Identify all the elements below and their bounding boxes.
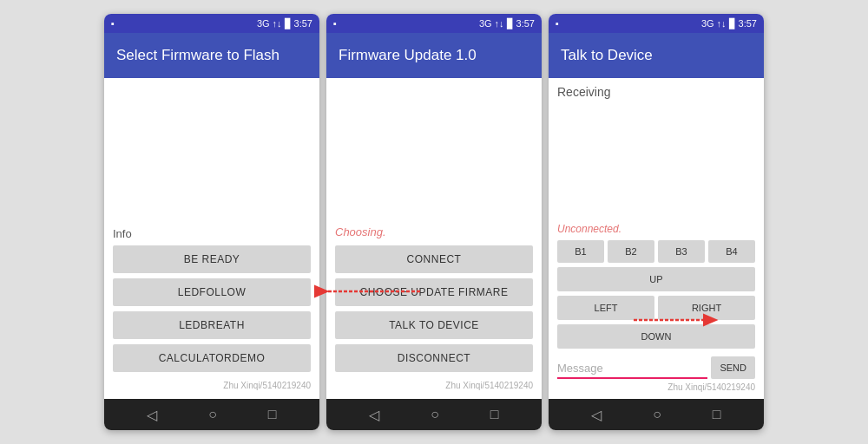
home-nav-2[interactable]: ○ [431, 407, 439, 422]
connect-button[interactable]: CONNECT [335, 245, 533, 273]
status-bar-1: ▪ 3G ↑↓ ▊ 3:57 [104, 14, 319, 33]
message-placeholder: Message [557, 362, 603, 375]
b3-button[interactable]: B3 [658, 240, 705, 263]
signal-arrows-2: ↑↓ [495, 18, 504, 29]
choosing-label: Choosing. [335, 225, 533, 238]
talk-to-device-button[interactable]: TALK TO DEVICE [335, 311, 533, 339]
message-row: Message SEND [557, 356, 755, 379]
app-bar-2: Firmware Update 1.0 [326, 33, 542, 78]
recent-nav-1[interactable]: □ [268, 407, 277, 422]
b2-button[interactable]: B2 [608, 240, 654, 263]
left-button[interactable]: LEFT [557, 296, 654, 320]
choose-update-button[interactable]: CHOOSE UPDATE FIRMARE [335, 278, 533, 306]
down-button[interactable]: DOWN [557, 324, 755, 349]
app-title-2: Firmware Update 1.0 [339, 47, 477, 64]
signal-icon: 3G [257, 18, 270, 29]
signal-icon-3: 3G [701, 18, 714, 29]
signal-arrows: ↑↓ [273, 18, 282, 29]
up-button[interactable]: UP [557, 267, 755, 291]
home-nav-3[interactable]: ○ [653, 407, 661, 422]
ledfollow-button[interactable]: LEDFOLLOW [113, 278, 311, 306]
b-buttons-row: B1 B2 B3 B4 [557, 240, 755, 263]
unconnected-label: Unconnected. [557, 223, 755, 235]
right-button[interactable]: RIGHT [658, 296, 755, 320]
time-1: 3:57 [294, 18, 312, 29]
signal-arrows-3: ↑↓ [717, 18, 727, 29]
copyright-1: Zhu Xinqi/5140219240 [113, 377, 311, 390]
status-bar-2: ▪ 3G ↑↓ ▊ 3:57 [326, 14, 542, 33]
info-label: Info [113, 227, 311, 240]
battery-icon-2: ▊ [507, 18, 514, 29]
battery-icon: ▊ [285, 18, 292, 29]
app-title-1: Select Firmware to Flash [116, 47, 279, 64]
battery-icon-3: ▊ [729, 18, 736, 29]
nav-bar-3: ◁ ○ □ [549, 399, 764, 430]
receive-area [557, 104, 755, 218]
send-button[interactable]: SEND [711, 356, 755, 379]
home-nav-1[interactable]: ○ [208, 407, 217, 422]
back-nav-3[interactable]: ◁ [591, 407, 602, 423]
disconnect-button[interactable]: DISCONNECT [335, 344, 533, 372]
calculatordemo-button[interactable]: CALCULATORDEMO [113, 344, 311, 372]
message-input-wrap: Message [557, 360, 707, 379]
ledbreath-button[interactable]: LEDBREATH [113, 311, 311, 339]
be-ready-button[interactable]: BE READY [113, 245, 311, 273]
back-nav-2[interactable]: ◁ [369, 407, 379, 423]
app-bar-3: Talk to Device [549, 33, 764, 78]
status-left-icon-3: ▪ [556, 18, 559, 29]
recent-nav-3[interactable]: □ [713, 407, 721, 422]
recent-nav-2[interactable]: □ [490, 407, 499, 422]
phone-1: ▪ 3G ↑↓ ▊ 3:57 Select Firmware to Flash … [104, 14, 319, 430]
back-nav-1[interactable]: ◁ [147, 407, 157, 423]
phone-body-1: Info BE READY LEDFOLLOW LEDBREATH CALCUL… [104, 78, 319, 399]
status-left-icon-2: ▪ [333, 18, 337, 29]
phone-2: ▪ 3G ↑↓ ▊ 3:57 Firmware Update 1.0 Choos… [326, 14, 542, 430]
b4-button[interactable]: B4 [708, 240, 755, 263]
status-bar-3: ▪ 3G ↑↓ ▊ 3:57 [549, 14, 764, 33]
app-title-3: Talk to Device [561, 47, 653, 64]
receiving-label: Receiving [557, 85, 755, 99]
time-3: 3:57 [739, 18, 757, 29]
nav-bar-1: ◁ ○ □ [104, 399, 319, 430]
app-bar-1: Select Firmware to Flash [104, 33, 319, 78]
phone-body-2: Choosing. CONNECT CHOOSE UPDATE FIRMARE … [326, 78, 542, 399]
nav-bar-2: ◁ ○ □ [326, 399, 542, 430]
copyright-2: Zhu Xinqi/5140219240 [335, 377, 533, 390]
phone-3: ▪ 3G ↑↓ ▊ 3:57 Talk to Device Receiving … [549, 14, 764, 430]
time-2: 3:57 [516, 18, 535, 29]
status-left-icon: ▪ [111, 18, 115, 29]
b1-button[interactable]: B1 [557, 240, 604, 263]
phone-body-3: Receiving Unconnected. B1 B2 B3 B4 UP LE… [549, 78, 764, 399]
signal-icon-2: 3G [479, 18, 492, 29]
left-right-row: LEFT RIGHT [557, 296, 755, 320]
copyright-3: Zhu Xinqi/5140219240 [557, 379, 755, 392]
